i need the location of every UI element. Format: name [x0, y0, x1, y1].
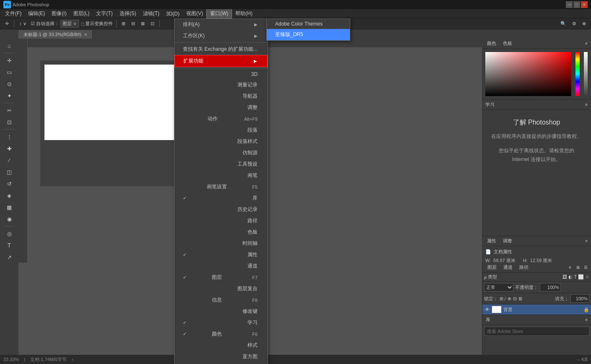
menu-layer-comp[interactable]: 图层复合	[174, 283, 268, 294]
tab-properties[interactable]: 属性	[485, 237, 498, 245]
color-gradient[interactable]	[485, 52, 571, 96]
menu-3d[interactable]: 3D(D)	[163, 10, 183, 18]
menu-timeline[interactable]: 时间轴	[174, 238, 268, 249]
layer-row-background[interactable]: 👁 背景 🔒	[482, 304, 591, 315]
tab-paths[interactable]: 路径	[518, 263, 530, 271]
tab-document[interactable]: 未标题-1 @ 33.3%(RGB/8#) ✕	[18, 30, 93, 39]
title-bar-controls[interactable]: — □ ✕	[566, 1, 588, 8]
menu-info[interactable]: 信息 F8	[174, 294, 268, 306]
filter-smart[interactable]: ☆	[585, 274, 589, 280]
menu-notes[interactable]: 注释	[174, 362, 268, 364]
tool-heal[interactable]: ✚	[4, 143, 15, 154]
menu-layers[interactable]: ✓ 图层 F7	[174, 272, 268, 283]
lock-icon4[interactable]: ⊟	[513, 296, 517, 302]
maximize-button[interactable]: □	[573, 1, 580, 8]
opacity-input[interactable]	[540, 283, 561, 291]
tool-crop[interactable]: ✂	[4, 105, 15, 116]
layer-visibility[interactable]: 👁	[484, 307, 490, 312]
menu-filter[interactable]: 滤镜(T)	[140, 9, 163, 18]
tool-frame[interactable]: ⊡	[4, 117, 15, 127]
menu-view[interactable]: 视图(V)	[183, 9, 206, 18]
layers-panel-menu[interactable]: ≡	[569, 265, 571, 270]
toolbar-arrow[interactable]: ↕ ∨	[18, 21, 28, 27]
menu-properties[interactable]: ✓ 属性	[174, 249, 268, 260]
toolbar-extras[interactable]: ⚙	[570, 21, 578, 27]
menu-styles[interactable]: 样式	[174, 340, 268, 351]
library-menu[interactable]: ≡	[585, 317, 588, 322]
filter-shape[interactable]: ⬜	[578, 274, 584, 280]
tool-lasso[interactable]: ⊙	[4, 78, 15, 89]
fill-input[interactable]	[570, 294, 589, 303]
tab-swatch[interactable]: 色板	[501, 39, 514, 47]
menu-para-style[interactable]: 段落样式	[174, 136, 268, 147]
tab-layers[interactable]: 图层	[486, 263, 498, 271]
color-panel-menu[interactable]: ≡	[585, 41, 588, 46]
menu-paths[interactable]: 路径	[174, 215, 268, 226]
menu-file[interactable]: 文件(F)	[2, 9, 25, 18]
layers-grid-view[interactable]: ⊞	[576, 265, 580, 270]
menu-edit[interactable]: 编辑(E)	[25, 9, 48, 18]
lock-icon3[interactable]: ⊕	[508, 296, 511, 302]
toolbar-panel1[interactable]: ⊕	[581, 21, 588, 27]
filter-pixel[interactable]: 🖼	[562, 274, 567, 280]
menu-navigator[interactable]: 导航器	[174, 91, 268, 102]
menu-swatches[interactable]: 色板	[174, 226, 268, 238]
menu-color[interactable]: ✓ 颜色 F6	[174, 328, 268, 340]
menu-3d[interactable]: 3D	[174, 69, 268, 79]
tool-pen[interactable]: ◎	[4, 228, 15, 239]
menu-clone-src[interactable]: 仿制源	[174, 147, 268, 159]
menu-exchange[interactable]: 查找有关 Exchange 的扩展功能...	[174, 44, 268, 55]
tool-move[interactable]: ✛	[4, 55, 15, 66]
toolbar-align1[interactable]: ⊞	[120, 21, 127, 27]
tool-history-brush[interactable]: ↺	[4, 178, 15, 189]
tool-eraser[interactable]: ◈	[4, 190, 15, 201]
menu-tool-preset[interactable]: 工具预设	[174, 159, 268, 170]
tool-marquee[interactable]: ▭	[4, 67, 15, 78]
lock-icon1[interactable]: ⊞	[500, 296, 503, 302]
menu-extensions[interactable]: 扩展功能 ▶	[174, 55, 268, 67]
lock-icon5[interactable]: ⊠	[518, 296, 522, 302]
tool-type[interactable]: T	[4, 240, 15, 251]
tab-color[interactable]: 颜色	[485, 39, 498, 47]
menu-history[interactable]: 历史记录	[174, 204, 268, 215]
toolbar-align4[interactable]: ⊡	[149, 21, 156, 27]
tool-home[interactable]: ⌂	[4, 40, 15, 51]
properties-menu[interactable]: ≡	[585, 239, 588, 243]
toolbar-transform[interactable]: □ 显示变换控件	[81, 21, 113, 27]
color-gradient-container[interactable]	[485, 52, 571, 96]
study-tab-label[interactable]: 学习	[485, 101, 495, 108]
menu-channels[interactable]: 通道	[174, 260, 268, 272]
blend-mode-select[interactable]: 正常	[484, 283, 513, 291]
menu-text[interactable]: 文字(T)	[93, 9, 116, 18]
menu-actions[interactable]: 动作 Alt+F9	[174, 113, 268, 125]
menu-layer[interactable]: 图层(L)	[70, 9, 93, 18]
tool-dodge[interactable]: ◉	[4, 213, 15, 224]
tool-gradient[interactable]: ▦	[4, 202, 15, 213]
hue-strip[interactable]	[575, 52, 580, 96]
toolbar-autoselect[interactable]: ☑ 自动选择： 图层 ∨	[31, 20, 79, 28]
tool-magic-wand[interactable]: ✦	[4, 90, 15, 101]
menu-select[interactable]: 选择(S)	[116, 9, 140, 18]
tab-channels[interactable]: 通道	[502, 263, 514, 271]
menu-brush-set[interactable]: 画笔设置 F5	[174, 181, 268, 192]
lock-icon2[interactable]: ∕	[505, 296, 506, 301]
minimize-button[interactable]: —	[566, 1, 573, 8]
menu-arrange[interactable]: 排列(A) ▶	[174, 19, 268, 30]
study-panel-menu[interactable]: ≡	[585, 102, 588, 107]
toolbar-move[interactable]: ✛	[3, 21, 10, 27]
toolbar-align2[interactable]: ⊟	[130, 21, 137, 27]
library-search-input[interactable]	[484, 327, 589, 336]
ext-zhizhen[interactable]: 至臻版_DR5	[267, 29, 350, 40]
menu-modkeys[interactable]: 修改键	[174, 306, 268, 317]
menu-measure[interactable]: 测量记录	[174, 79, 268, 91]
menu-window[interactable]: 窗口(W)	[206, 9, 232, 18]
autoselect-value[interactable]: 图层 ∨	[60, 20, 79, 28]
toolbar-align3[interactable]: ⊠	[139, 21, 146, 27]
layers-list-view[interactable]: ☰	[584, 265, 588, 270]
menu-library[interactable]: ✓ 库	[174, 192, 268, 204]
menu-image[interactable]: 图像(I)	[48, 9, 70, 18]
menu-brush[interactable]: 画笔	[174, 170, 268, 181]
close-button[interactable]: ✕	[581, 1, 588, 8]
tool-eyedropper[interactable]: ⋮	[4, 131, 15, 142]
menu-workspace[interactable]: 工作区(K) ▶	[174, 30, 268, 42]
